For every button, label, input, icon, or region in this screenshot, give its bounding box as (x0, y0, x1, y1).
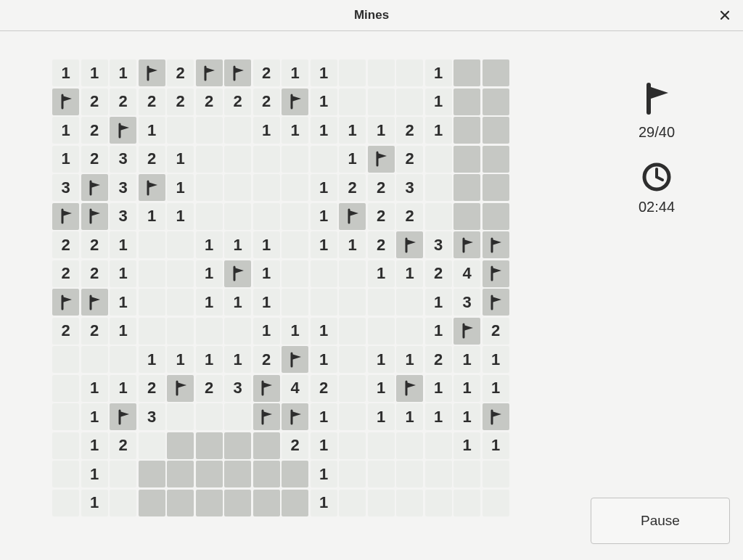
cell-r8-c15[interactable] (483, 289, 509, 316)
cell-r8-c6[interactable]: 1 (224, 289, 251, 316)
cell-r13-c12[interactable] (396, 432, 423, 459)
cell-r10-c11[interactable]: 1 (368, 346, 395, 373)
cell-r4-c0[interactable]: 3 (52, 174, 79, 201)
cell-r4-c5[interactable] (196, 174, 223, 201)
cell-r10-c1[interactable] (81, 346, 108, 373)
cell-r14-c3[interactable] (139, 461, 165, 487)
cell-r0-c9[interactable]: 1 (311, 59, 337, 86)
cell-r6-c7[interactable]: 1 (253, 231, 280, 258)
cell-r1-c7[interactable]: 2 (253, 88, 280, 115)
cell-r4-c14[interactable] (453, 174, 480, 201)
cell-r6-c4[interactable] (167, 231, 194, 258)
cell-r0-c7[interactable]: 2 (253, 59, 280, 86)
cell-r13-c3[interactable] (139, 432, 165, 459)
cell-r0-c11[interactable] (368, 59, 395, 86)
cell-r3-c2[interactable]: 3 (110, 146, 136, 173)
cell-r12-c15[interactable] (483, 403, 509, 430)
cell-r8-c8[interactable] (282, 289, 308, 316)
cell-r6-c12[interactable] (396, 231, 423, 258)
cell-r4-c4[interactable]: 1 (167, 174, 194, 201)
cell-r8-c11[interactable] (368, 289, 395, 316)
cell-r13-c13[interactable] (425, 432, 452, 459)
cell-r7-c10[interactable] (339, 260, 366, 287)
cell-r4-c10[interactable]: 2 (339, 174, 366, 201)
cell-r4-c13[interactable] (425, 174, 452, 201)
cell-r10-c7[interactable]: 2 (253, 346, 280, 373)
cell-r1-c6[interactable]: 2 (224, 88, 251, 115)
cell-r11-c13[interactable]: 1 (425, 375, 452, 402)
cell-r1-c1[interactable]: 2 (81, 88, 108, 115)
cell-r9-c9[interactable]: 1 (311, 318, 337, 345)
cell-r3-c5[interactable] (196, 146, 223, 173)
cell-r13-c14[interactable]: 1 (453, 432, 480, 459)
cell-r7-c14[interactable]: 4 (453, 260, 480, 287)
cell-r11-c12[interactable] (396, 375, 423, 402)
cell-r0-c4[interactable]: 2 (167, 59, 194, 86)
cell-r9-c0[interactable]: 2 (52, 318, 79, 345)
cell-r12-c2[interactable] (110, 403, 136, 430)
cell-r9-c15[interactable]: 2 (483, 318, 509, 345)
cell-r7-c12[interactable]: 1 (396, 260, 423, 287)
cell-r12-c0[interactable] (52, 403, 79, 430)
cell-r13-c7[interactable] (253, 432, 280, 459)
cell-r0-c12[interactable] (396, 59, 423, 86)
cell-r5-c10[interactable] (339, 203, 366, 230)
cell-r3-c8[interactable] (282, 146, 308, 173)
cell-r1-c10[interactable] (339, 88, 366, 115)
cell-r0-c3[interactable] (139, 59, 165, 86)
cell-r13-c15[interactable]: 1 (483, 432, 509, 459)
cell-r6-c14[interactable] (453, 231, 480, 258)
cell-r10-c0[interactable] (52, 346, 79, 373)
cell-r0-c5[interactable] (196, 59, 223, 86)
cell-r1-c0[interactable] (52, 88, 79, 115)
cell-r14-c6[interactable] (224, 461, 251, 487)
close-button[interactable] (717, 7, 733, 23)
cell-r2-c1[interactable]: 2 (81, 117, 108, 144)
cell-r10-c9[interactable]: 1 (311, 346, 337, 373)
cell-r9-c12[interactable] (396, 318, 423, 345)
cell-r12-c7[interactable] (253, 403, 280, 430)
cell-r14-c15[interactable] (483, 461, 509, 487)
cell-r14-c11[interactable] (368, 461, 395, 487)
cell-r9-c14[interactable] (453, 318, 480, 345)
cell-r3-c0[interactable]: 1 (52, 146, 79, 173)
cell-r8-c3[interactable] (139, 289, 165, 316)
cell-r4-c7[interactable] (253, 174, 280, 201)
cell-r3-c7[interactable] (253, 146, 280, 173)
cell-r11-c9[interactable]: 2 (311, 375, 337, 402)
cell-r5-c2[interactable]: 3 (110, 203, 136, 230)
cell-r4-c15[interactable] (483, 174, 509, 201)
cell-r1-c2[interactable]: 2 (110, 88, 136, 115)
cell-r11-c3[interactable]: 2 (139, 375, 165, 402)
cell-r7-c5[interactable]: 1 (196, 260, 223, 287)
cell-r4-c9[interactable]: 1 (311, 174, 337, 201)
cell-r11-c4[interactable] (167, 375, 194, 402)
cell-r0-c13[interactable]: 1 (425, 59, 452, 86)
cell-r2-c0[interactable]: 1 (52, 117, 79, 144)
cell-r13-c5[interactable] (196, 432, 223, 459)
cell-r12-c14[interactable]: 1 (453, 403, 480, 430)
cell-r11-c8[interactable]: 4 (282, 375, 308, 402)
cell-r10-c13[interactable]: 2 (425, 346, 452, 373)
cell-r7-c6[interactable] (224, 260, 251, 287)
cell-r7-c8[interactable] (282, 260, 308, 287)
cell-r15-c4[interactable] (167, 490, 194, 516)
cell-r3-c3[interactable]: 2 (139, 146, 165, 173)
cell-r15-c1[interactable]: 1 (81, 490, 108, 516)
cell-r10-c6[interactable]: 1 (224, 346, 251, 373)
cell-r8-c13[interactable]: 1 (425, 289, 452, 316)
cell-r7-c2[interactable]: 1 (110, 260, 136, 287)
cell-r15-c5[interactable] (196, 490, 223, 516)
cell-r0-c14[interactable] (453, 59, 480, 86)
cell-r13-c6[interactable] (224, 432, 251, 459)
cell-r7-c3[interactable] (139, 260, 165, 287)
cell-r6-c15[interactable] (483, 231, 509, 258)
cell-r9-c11[interactable] (368, 318, 395, 345)
cell-r10-c5[interactable]: 1 (196, 346, 223, 373)
cell-r13-c9[interactable]: 1 (311, 432, 337, 459)
cell-r15-c2[interactable] (110, 490, 136, 516)
cell-r4-c1[interactable] (81, 174, 108, 201)
cell-r6-c3[interactable] (139, 231, 165, 258)
cell-r3-c14[interactable] (453, 146, 480, 173)
cell-r6-c1[interactable]: 2 (81, 231, 108, 258)
